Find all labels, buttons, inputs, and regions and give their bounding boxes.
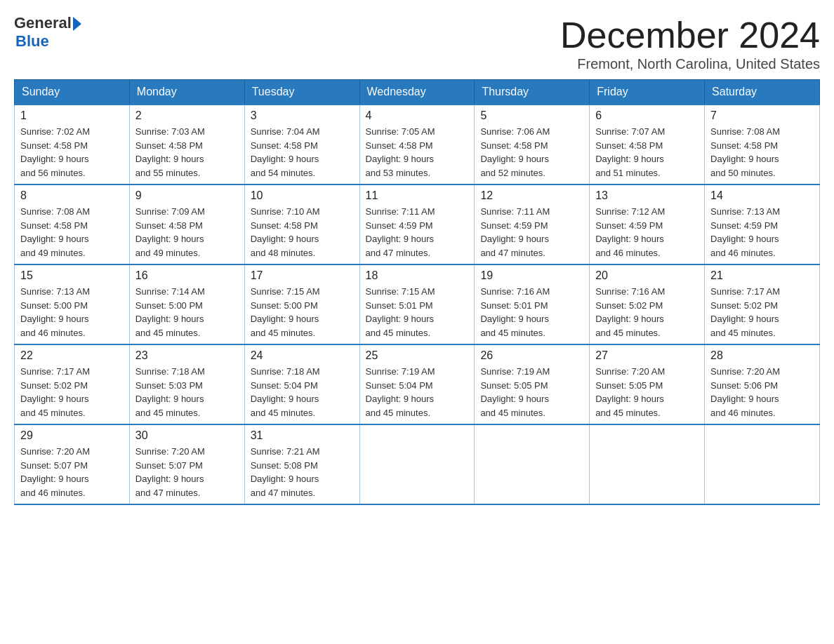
- daylight-text: Daylight: 9 hours: [20, 314, 89, 324]
- daylight-text: Daylight: 9 hours: [20, 154, 89, 164]
- day-number: 22: [20, 349, 124, 362]
- sunset-text: Sunset: 4:58 PM: [710, 140, 778, 151]
- day-info: Sunrise: 7:16 AM Sunset: 5:01 PM Dayligh…: [480, 285, 583, 340]
- day-number: 10: [251, 189, 354, 202]
- sunset-text: Sunset: 4:59 PM: [480, 220, 548, 231]
- sunrise-text: Sunrise: 7:20 AM: [20, 446, 90, 457]
- calendar-cell: 20 Sunrise: 7:16 AM Sunset: 5:02 PM Dayl…: [590, 264, 705, 344]
- sunset-text: Sunset: 4:58 PM: [480, 140, 548, 151]
- daylight-text: Daylight: 9 hours: [366, 234, 435, 244]
- calendar-cell: 15 Sunrise: 7:13 AM Sunset: 5:00 PM Dayl…: [15, 264, 130, 344]
- sunset-text: Sunset: 5:05 PM: [480, 380, 548, 391]
- calendar-cell: 8 Sunrise: 7:08 AM Sunset: 4:58 PM Dayli…: [15, 185, 130, 264]
- daylight-text: Daylight: 9 hours: [135, 234, 204, 244]
- day-number: 30: [135, 429, 239, 442]
- sunrise-text: Sunrise: 7:15 AM: [251, 286, 320, 297]
- sunrise-text: Sunrise: 7:11 AM: [480, 206, 550, 217]
- day-number: 21: [710, 269, 814, 282]
- sunset-text: Sunset: 5:03 PM: [135, 380, 203, 391]
- daylight-minutes: and 45 minutes.: [480, 328, 545, 338]
- daylight-minutes: and 49 minutes.: [135, 248, 201, 258]
- calendar-cell: 18 Sunrise: 7:15 AM Sunset: 5:01 PM Dayl…: [359, 264, 475, 344]
- daylight-minutes: and 45 minutes.: [480, 408, 545, 418]
- weekday-header-tuesday: Tuesday: [244, 80, 359, 105]
- daylight-text: Daylight: 9 hours: [135, 474, 204, 484]
- calendar-cell: 21 Sunrise: 7:17 AM Sunset: 5:02 PM Dayl…: [705, 264, 820, 344]
- day-info: Sunrise: 7:08 AM Sunset: 4:58 PM Dayligh…: [710, 125, 814, 180]
- daylight-minutes: and 54 minutes.: [251, 168, 316, 178]
- daylight-text: Daylight: 9 hours: [135, 394, 204, 404]
- sunrise-text: Sunrise: 7:14 AM: [135, 286, 205, 297]
- sunset-text: Sunset: 5:00 PM: [20, 300, 88, 311]
- day-number: 9: [135, 189, 239, 202]
- day-info: Sunrise: 7:17 AM Sunset: 5:02 PM Dayligh…: [20, 365, 124, 420]
- day-info: Sunrise: 7:10 AM Sunset: 4:58 PM Dayligh…: [251, 205, 354, 260]
- daylight-text: Daylight: 9 hours: [251, 154, 319, 164]
- day-info: Sunrise: 7:02 AM Sunset: 4:58 PM Dayligh…: [20, 125, 124, 180]
- day-number: 23: [135, 349, 239, 362]
- daylight-text: Daylight: 9 hours: [710, 314, 779, 324]
- day-info: Sunrise: 7:19 AM Sunset: 5:05 PM Dayligh…: [480, 365, 583, 420]
- calendar-cell: 9 Sunrise: 7:09 AM Sunset: 4:58 PM Dayli…: [129, 185, 244, 264]
- day-number: 4: [366, 109, 469, 122]
- daylight-minutes: and 47 minutes.: [366, 248, 431, 258]
- weekday-header-thursday: Thursday: [475, 80, 590, 105]
- daylight-minutes: and 55 minutes.: [135, 168, 201, 178]
- day-info: Sunrise: 7:17 AM Sunset: 5:02 PM Dayligh…: [710, 285, 814, 340]
- daylight-minutes: and 56 minutes.: [20, 168, 86, 178]
- sunrise-text: Sunrise: 7:05 AM: [366, 126, 435, 137]
- day-info: Sunrise: 7:20 AM Sunset: 5:06 PM Dayligh…: [710, 365, 814, 420]
- daylight-text: Daylight: 9 hours: [366, 394, 435, 404]
- day-number: 20: [595, 269, 699, 282]
- calendar-header-row: SundayMondayTuesdayWednesdayThursdayFrid…: [15, 80, 820, 105]
- sunrise-text: Sunrise: 7:08 AM: [710, 126, 780, 137]
- day-info: Sunrise: 7:16 AM Sunset: 5:02 PM Dayligh…: [595, 285, 699, 340]
- daylight-minutes: and 45 minutes.: [135, 408, 201, 418]
- daylight-text: Daylight: 9 hours: [251, 314, 319, 324]
- daylight-text: Daylight: 9 hours: [366, 154, 435, 164]
- calendar-week-5: 29 Sunrise: 7:20 AM Sunset: 5:07 PM Dayl…: [15, 424, 820, 504]
- daylight-text: Daylight: 9 hours: [20, 394, 89, 404]
- calendar-cell: 3 Sunrise: 7:04 AM Sunset: 4:58 PM Dayli…: [244, 105, 359, 185]
- month-title: December 2024: [560, 14, 820, 56]
- calendar-cell: 26 Sunrise: 7:19 AM Sunset: 5:05 PM Dayl…: [475, 344, 590, 424]
- calendar-week-2: 8 Sunrise: 7:08 AM Sunset: 4:58 PM Dayli…: [15, 185, 820, 264]
- day-info: Sunrise: 7:07 AM Sunset: 4:58 PM Dayligh…: [595, 125, 699, 180]
- day-info: Sunrise: 7:03 AM Sunset: 4:58 PM Dayligh…: [135, 125, 239, 180]
- sunrise-text: Sunrise: 7:09 AM: [135, 206, 205, 217]
- sunset-text: Sunset: 4:58 PM: [251, 220, 318, 231]
- daylight-text: Daylight: 9 hours: [20, 474, 89, 484]
- daylight-text: Daylight: 9 hours: [595, 314, 664, 324]
- day-number: 31: [251, 429, 354, 442]
- daylight-minutes: and 45 minutes.: [366, 328, 431, 338]
- day-number: 12: [480, 189, 583, 202]
- sunset-text: Sunset: 4:59 PM: [595, 220, 663, 231]
- calendar-cell: 5 Sunrise: 7:06 AM Sunset: 4:58 PM Dayli…: [475, 105, 590, 185]
- daylight-text: Daylight: 9 hours: [135, 154, 204, 164]
- sunrise-text: Sunrise: 7:20 AM: [595, 366, 665, 377]
- daylight-minutes: and 45 minutes.: [710, 328, 776, 338]
- daylight-minutes: and 46 minutes.: [20, 328, 86, 338]
- calendar-week-3: 15 Sunrise: 7:13 AM Sunset: 5:00 PM Dayl…: [15, 264, 820, 344]
- sunset-text: Sunset: 5:06 PM: [710, 380, 778, 391]
- daylight-minutes: and 45 minutes.: [251, 328, 316, 338]
- calendar-cell: 6 Sunrise: 7:07 AM Sunset: 4:58 PM Dayli…: [590, 105, 705, 185]
- day-number: 27: [595, 349, 699, 362]
- sunrise-text: Sunrise: 7:17 AM: [20, 366, 90, 377]
- daylight-text: Daylight: 9 hours: [710, 394, 779, 404]
- calendar-cell: [359, 424, 475, 504]
- daylight-text: Daylight: 9 hours: [480, 314, 549, 324]
- day-number: 25: [366, 349, 469, 362]
- sunrise-text: Sunrise: 7:03 AM: [135, 126, 205, 137]
- sunset-text: Sunset: 5:00 PM: [251, 300, 318, 311]
- day-info: Sunrise: 7:06 AM Sunset: 4:58 PM Dayligh…: [480, 125, 583, 180]
- day-number: 24: [251, 349, 354, 362]
- calendar-cell: 7 Sunrise: 7:08 AM Sunset: 4:58 PM Dayli…: [705, 105, 820, 185]
- day-number: 14: [710, 189, 814, 202]
- weekday-header-friday: Friday: [590, 80, 705, 105]
- daylight-text: Daylight: 9 hours: [710, 234, 779, 244]
- title-section: December 2024 Fremont, North Carolina, U…: [560, 14, 820, 72]
- sunset-text: Sunset: 4:58 PM: [595, 140, 663, 151]
- daylight-text: Daylight: 9 hours: [251, 474, 319, 484]
- calendar-cell: [590, 424, 705, 504]
